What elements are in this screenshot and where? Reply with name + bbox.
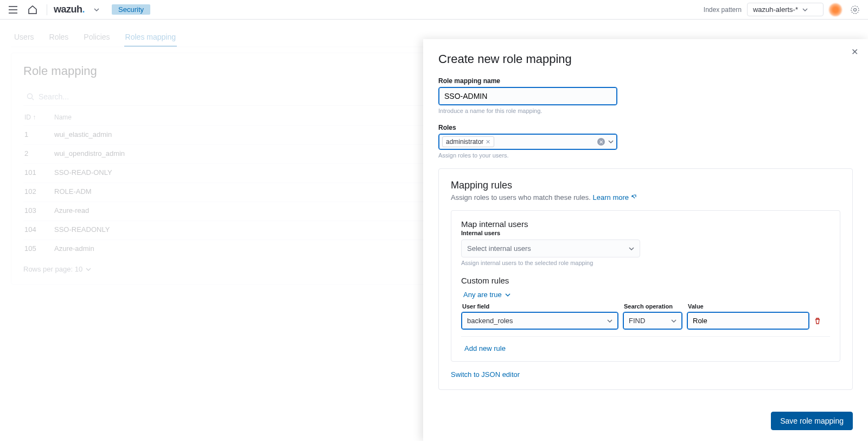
mapping-rules-subtitle: Assign roles to users who match these ru… — [451, 193, 840, 201]
role-pill-administrator[interactable]: administrator ✕ — [442, 136, 494, 147]
cell-id: 1 — [24, 130, 54, 140]
header-left: wazuh. Security — [5, 2, 150, 17]
user-avatar[interactable] — [829, 3, 842, 16]
mapping-rules-section: Mapping rules Assign roles to users who … — [438, 168, 853, 390]
header-right: Index pattern wazuh-alerts-* — [704, 2, 863, 17]
tab-roles[interactable]: Roles — [48, 28, 70, 47]
rule-value-input[interactable] — [687, 312, 809, 330]
cell-id: 103 — [24, 206, 54, 216]
app-logo[interactable]: wazuh. — [54, 4, 85, 15]
svg-point-1 — [854, 8, 857, 11]
delete-rule-icon[interactable] — [814, 317, 830, 325]
rule-separator — [461, 336, 830, 337]
add-new-rule-link[interactable]: Add new rule — [461, 344, 830, 352]
custom-rule-row: backend_roles FIND — [461, 312, 830, 330]
pager-label: Rows per page: 10 — [23, 265, 82, 273]
any-are-true-toggle[interactable]: Any are true — [463, 291, 830, 299]
menu-icon[interactable] — [5, 2, 21, 17]
internal-users-help: Assign internal users to the selected ro… — [461, 260, 830, 266]
chevron-down-icon — [505, 292, 510, 298]
custom-rules-title: Custom rules — [461, 276, 830, 285]
role-mapping-name-input[interactable] — [438, 87, 617, 105]
chevron-down-icon — [671, 318, 676, 324]
breadcrumb-chevron-icon[interactable] — [89, 2, 104, 17]
svg-point-2 — [28, 94, 33, 99]
svg-point-0 — [851, 6, 859, 14]
roles-label: Roles — [438, 124, 617, 131]
external-link-icon — [631, 194, 636, 200]
cell-id: 104 — [24, 225, 54, 235]
chevron-down-icon[interactable] — [608, 139, 614, 144]
tab-policies[interactable]: Policies — [82, 28, 111, 47]
remove-pill-icon[interactable]: ✕ — [486, 138, 490, 146]
cell-id: 102 — [24, 187, 54, 197]
search-operation-select[interactable]: FIND — [623, 312, 682, 330]
index-pattern-label: Index pattern — [704, 6, 742, 14]
learn-more-link[interactable]: Learn more — [593, 193, 636, 201]
internal-users-select[interactable]: Select internal users — [461, 240, 640, 257]
col-id[interactable]: ID — [24, 114, 31, 121]
rule-column-labels: User field Search operation Value — [461, 303, 830, 310]
index-pattern-value: wazuh-alerts-* — [753, 5, 798, 14]
chevron-down-icon — [86, 267, 91, 272]
roles-help: Assign roles to your users. — [438, 152, 617, 159]
col-user-field: User field — [462, 303, 620, 310]
cell-id: 101 — [24, 168, 54, 178]
help-icon[interactable] — [847, 2, 863, 17]
user-field-select[interactable]: backend_roles — [461, 312, 618, 330]
name-label: Role mapping name — [438, 77, 617, 85]
breadcrumb-security[interactable]: Security — [112, 4, 150, 15]
name-field-row: Role mapping name Introduce a name for t… — [438, 77, 617, 114]
mapping-rules-title: Mapping rules — [451, 180, 840, 191]
save-role-mapping-button[interactable]: Save role mapping — [771, 412, 853, 430]
search-icon — [27, 93, 34, 100]
search-placeholder: Search... — [39, 92, 69, 101]
close-icon[interactable]: ✕ — [851, 47, 858, 57]
sort-up-icon: ↑ — [33, 114, 36, 121]
flyout-title: Create new role mapping — [438, 52, 853, 66]
flyout-footer: Save role mapping — [423, 403, 868, 441]
clear-all-icon[interactable]: ✕ — [597, 138, 605, 146]
switch-json-editor-link[interactable]: Switch to JSON editor — [451, 370, 520, 379]
roles-field-row: Roles administrator ✕ ✕ Assign roles to … — [438, 124, 617, 159]
internal-users-placeholder: Select internal users — [467, 244, 531, 253]
col-value: Value — [688, 303, 808, 310]
chevron-down-icon — [629, 246, 634, 251]
index-pattern-select[interactable]: wazuh-alerts-* — [747, 3, 824, 16]
tab-roles-mapping[interactable]: Roles mapping — [124, 28, 177, 47]
header-divider — [47, 4, 47, 15]
map-internal-title: Map internal users — [461, 219, 830, 229]
cell-id: 105 — [24, 244, 54, 254]
roles-combobox[interactable]: administrator ✕ ✕ — [438, 134, 617, 150]
internal-users-label: Internal users — [461, 230, 830, 236]
col-search-op: Search operation — [624, 303, 684, 310]
create-role-mapping-flyout: ✕ Create new role mapping Role mapping n… — [423, 39, 868, 441]
chevron-down-icon — [607, 318, 612, 324]
name-help: Introduce a name for this role mapping. — [438, 108, 617, 114]
app-header: wazuh. Security Index pattern wazuh-aler… — [0, 0, 868, 20]
tab-users[interactable]: Users — [13, 28, 35, 47]
chevron-down-icon — [802, 7, 808, 12]
logo-text: wazuh — [54, 4, 82, 15]
logo-dot: . — [82, 4, 85, 15]
cell-id: 2 — [24, 149, 54, 159]
role-pill-label: administrator — [446, 138, 483, 146]
rules-inner-box: Map internal users Internal users Select… — [451, 210, 840, 362]
home-icon[interactable] — [25, 2, 40, 17]
